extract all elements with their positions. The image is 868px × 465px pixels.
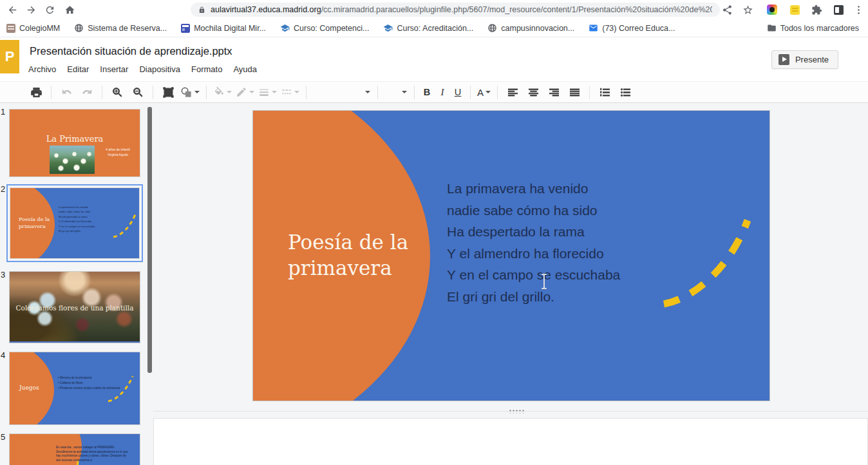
graduation-cap-icon	[383, 23, 393, 33]
poem-line: Y el almendro ha florecido	[447, 243, 620, 265]
italic-button[interactable]: I	[435, 87, 450, 98]
slide-number: 4	[1, 350, 8, 360]
poem-text-box[interactable]: La primavera ha venidonadie sabe cómo ha…	[447, 178, 620, 308]
thumb5-text: En esta día , vamos trabajar la PRIMAVER…	[56, 446, 128, 462]
notes-extension-icon[interactable]	[788, 3, 802, 17]
underline-button[interactable]: U	[450, 87, 466, 97]
align-justify-icon[interactable]	[566, 84, 583, 100]
all-bookmarks-button[interactable]: Todos los marcadores	[767, 23, 859, 33]
yellow-dashed-arc[interactable]	[657, 214, 754, 310]
divider-grip-handle[interactable]	[509, 409, 524, 413]
undo-icon[interactable]	[58, 84, 75, 100]
play-icon	[778, 54, 789, 65]
puzzle-extension-icon[interactable]	[809, 3, 824, 17]
chevron-down-icon	[365, 91, 370, 93]
line-dash-tool[interactable]	[281, 86, 299, 98]
thumbnail-scrollbar[interactable]	[147, 107, 152, 373]
poem-line: El gri gri del grillo.	[447, 286, 620, 308]
yellow-dashed-arc	[106, 374, 135, 404]
bookmark-sistema-reserva[interactable]: Sistema de Reserva...	[74, 23, 167, 33]
profile-icon[interactable]	[831, 3, 845, 17]
font-family-dropdown[interactable]	[311, 84, 373, 100]
thumb1-subtitle: 4 años de infantil Virginia Agudo	[97, 147, 138, 157]
menu-item[interactable]: Diapositiva	[139, 64, 180, 74]
menu-item[interactable]: Formato	[191, 64, 222, 74]
bookmark-campusinnovacion[interactable]: campusinnovacion...	[487, 23, 574, 33]
menu-item[interactable]: Archivo	[28, 64, 56, 74]
presentation-file-icon: P	[0, 40, 19, 73]
slide-thumbnail-4[interactable]: Juegos Memory de la primaveraCollares de…	[9, 352, 140, 425]
thumb4-title: Juegos	[19, 384, 39, 391]
bookmark-mochila-digital[interactable]: Mochila Digital Mir...	[181, 24, 266, 33]
next-page-area[interactable]	[153, 418, 868, 465]
slide-number: 5	[1, 432, 8, 442]
zoom-out-icon[interactable]	[129, 84, 146, 100]
poem-line: Y en el campo se escuchaba	[447, 264, 620, 286]
menu-item[interactable]: Ayuda	[233, 64, 257, 74]
slide-thumbnail-2-selected[interactable]: Poesía de la primavera La primavera ha v…	[6, 184, 143, 262]
bookmark-label: Mochila Digital Mir...	[194, 24, 266, 33]
redo-icon[interactable]	[79, 84, 95, 100]
slide-number: 3	[1, 270, 8, 280]
menu-dots-icon[interactable]	[851, 3, 865, 17]
text-cursor	[540, 273, 548, 290]
star-icon[interactable]	[741, 3, 755, 17]
slide-thumbnail-5[interactable]: En esta día , vamos trabajar la PRIMAVER…	[9, 433, 140, 465]
slide-thumbnail-3[interactable]: Coloreamos flores de una plantilla	[9, 271, 140, 343]
bookmark-label: ColegioMM	[19, 24, 60, 33]
poem-line: nadie sabe cómo ha sido	[59, 209, 95, 214]
poem-line: La primavera ha venido	[447, 178, 620, 200]
mail-icon	[589, 23, 598, 33]
shape-tool[interactable]	[180, 86, 200, 99]
line-color-tool[interactable]	[236, 86, 254, 98]
poem-line: Y el almendro ha florecido	[59, 219, 95, 223]
poem-line: nadie sabe cómo ha sido	[447, 200, 620, 222]
menu-item[interactable]: Editar	[67, 64, 89, 74]
align-left-icon[interactable]	[504, 84, 521, 100]
bold-button[interactable]: B	[419, 87, 435, 97]
poem-line: Ha despertado la rama	[447, 221, 620, 243]
share-icon[interactable]	[720, 3, 734, 17]
font-size-dropdown[interactable]	[382, 84, 410, 100]
poem-line: Y en el campo se escuchaba	[59, 224, 95, 229]
document-title: Presentación situación de aprendizaje.pp…	[30, 45, 232, 57]
poem-line: El gri gri del grillo.	[59, 229, 95, 233]
reload-icon[interactable]	[42, 3, 57, 17]
bullet-list-icon[interactable]	[617, 84, 634, 100]
all-bookmarks-label: Todos los marcadores	[780, 24, 859, 33]
chevron-down-icon	[227, 91, 232, 93]
browser-window: aulavirtual37.educa.madrid.org/cc.mirama…	[0, 0, 868, 465]
yellow-dash	[76, 461, 79, 465]
forward-icon[interactable]	[24, 3, 38, 17]
color-extension-icon[interactable]	[765, 3, 779, 17]
align-right-icon[interactable]	[545, 84, 562, 100]
bookmark-correo[interactable]: (73) Correo Educa...	[589, 23, 675, 33]
bookmark-curso-competencias[interactable]: Curso: Competenci...	[280, 23, 369, 33]
print-icon[interactable]	[28, 84, 44, 100]
align-center-icon[interactable]	[525, 84, 542, 100]
menu-item[interactable]: Insertar	[100, 64, 128, 74]
bookmark-colegiomm[interactable]: ColegioMM	[6, 24, 60, 33]
url-text: aulavirtual37.educa.madrid.org/cc.mirama…	[211, 5, 712, 14]
app-header: P Presentación situación de aprendizaje.…	[0, 37, 868, 81]
poem-line: La primavera ha venido	[59, 205, 95, 209]
bookmark-label: (73) Correo Educa...	[602, 24, 675, 33]
address-bar[interactable]: aulavirtual37.educa.madrid.org/cc.mirama…	[191, 3, 720, 17]
line-weight-tool[interactable]	[258, 86, 277, 98]
bookmark-curso-acreditacion[interactable]: Curso: Acreditación...	[383, 23, 473, 33]
back-icon[interactable]	[5, 3, 19, 17]
text-color-button[interactable]: A	[477, 87, 491, 98]
slide-title[interactable]: Poesía de la primavera	[288, 229, 408, 281]
text-box-icon[interactable]	[160, 84, 176, 100]
browser-toolbar: aulavirtual37.educa.madrid.org/cc.mirama…	[0, 0, 868, 19]
numbered-list-icon[interactable]	[596, 84, 613, 100]
fill-color-tool[interactable]	[213, 86, 232, 98]
present-label: Presente	[795, 55, 829, 64]
chevron-down-icon	[402, 91, 407, 93]
present-button[interactable]: Presente	[771, 50, 838, 69]
zoom-in-icon[interactable]	[109, 84, 126, 100]
colegio-icon	[6, 24, 15, 33]
slide-thumbnail-1[interactable]: La Primavera 4 años de infantil Virginia…	[9, 109, 140, 177]
home-icon[interactable]	[62, 3, 77, 17]
slide-canvas[interactable]: Poesía de la primavera La primavera ha v…	[252, 110, 770, 401]
